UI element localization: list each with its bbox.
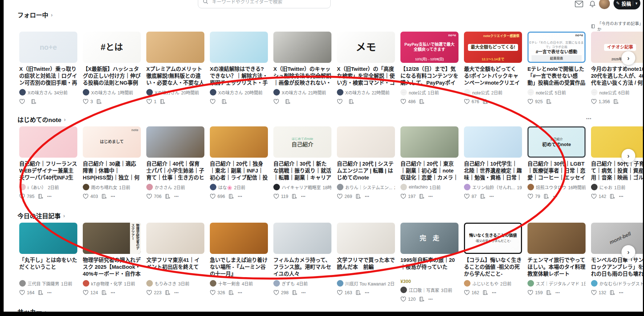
more-options-icon[interactable]: ⋯ [365,194,370,199]
section-header-featured-today[interactable]: 今日の注目記事 › [17,211,65,220]
author-name[interactable]: 川底灯 Tou Kawanari [345,280,386,287]
article-thumbnail[interactable] [210,126,268,158]
article-title[interactable]: X（旧Twitter）のキャッシュ削除方法を完全解説｜画像が反映されない・サムネ… [273,66,331,86]
author-name[interactable]: スズ｜デジタルノマド [536,280,579,287]
author-name[interactable]: にゃお [599,184,612,190]
article-thumbnail[interactable] [210,32,268,63]
article-title[interactable]: 【X最新版】ハッシュタグの正しい付け方｜伸びる投稿の法則とNG事例を完全... [83,66,141,86]
more-options-icon[interactable]: ⋯ [555,290,561,295]
save-to-magazine-button[interactable] [31,99,36,104]
more-options-icon[interactable]: ⋯ [553,194,558,199]
article-meta[interactable]: i（あい） 2日前 [19,184,77,190]
like-button[interactable] [591,290,597,295]
article-title[interactable]: 文学フリマ東京41｜イベント初出店を終えて [146,257,204,277]
more-options-icon[interactable]: ⋯ [47,194,52,199]
like-button[interactable] [146,99,152,104]
article-title[interactable]: 1995年自転車の旅｜20｜桜島が待っていた [400,257,458,277]
author-name[interactable]: Xの味方さん [28,89,52,96]
section-options-button[interactable]: ⋯ [586,116,592,122]
like-button[interactable] [83,194,89,199]
article-card[interactable]: イチオシ記事 2025年11月 今月のおすすめnote10 20代を逃した人が、… [591,32,644,104]
more-options-icon[interactable]: ⋯ [489,194,494,199]
author-name[interactable]: エリン仙鈴（せんれ... [472,184,515,190]
author-avatar[interactable] [464,184,470,190]
save-to-magazine-button[interactable] [419,296,424,302]
article-card[interactable]: 自己紹介 | 20代 | システムエンジニア | 転職 | はじめてのnote … [337,126,395,199]
like-button[interactable] [19,290,25,295]
save-to-magazine-button[interactable] [228,290,234,295]
author-avatar[interactable] [273,89,280,96]
author-avatar[interactable] [83,184,89,190]
author-avatar[interactable] [210,184,216,190]
save-to-magazine-button[interactable] [292,290,297,295]
save-to-magazine-button[interactable] [543,194,549,199]
article-meta[interactable]: おりん｜システムエン... 2日前 [337,184,395,190]
more-options-icon[interactable]: ⋯ [428,296,433,302]
article-meta[interactable]: 江口敬｜写真家 3日前 [400,287,458,293]
like-button[interactable] [527,290,533,295]
post-button[interactable]: ✎ 投稿 ∨ [614,0,640,9]
like-button[interactable] [337,290,343,295]
article-title[interactable]: X（旧Twitter）の「高度な検索」を完全解説｜使い方・検索コマンド・コピペで… [337,66,395,86]
article-thumbnail[interactable] [19,223,77,254]
save-to-magazine-button[interactable] [482,99,488,104]
save-to-magazine-button[interactable] [610,290,615,295]
article-thumbnail[interactable] [19,126,77,158]
author-name[interactable]: Xの味方さん [218,89,243,96]
author-avatar[interactable] [337,184,343,190]
article-meta[interactable]: ふじいともや 2日前 [464,280,522,287]
like-button[interactable] [146,290,152,295]
save-to-magazine-button[interactable] [480,194,485,199]
save-to-magazine-button[interactable] [419,194,424,199]
article-title[interactable]: Xの凍結解除はできる?できない？｜解除方法・原因チェックリスト・手続きの全手..… [210,66,268,86]
article-title[interactable]: 自己紹介｜20代｜東京｜副業｜初心者｜note収益化｜恋愛｜カメラ｜写真... [400,161,458,181]
article-thumbnail[interactable]: 物理学研究者のデスクツアー [83,223,141,254]
article-thumbnail[interactable] [273,223,331,254]
article-card[interactable]: no+e X（旧Twitter）乗っ取りの症状と対処法｜ログイン可否別の復旧手順… [19,32,77,104]
like-button[interactable] [19,194,25,199]
article-thumbnail[interactable]: no+e Eテレ「わたしの日々が、言葉になるまで」コラボ企画 #一言で表せない感… [527,32,586,63]
like-button[interactable] [273,99,279,104]
article-thumbnail[interactable] [210,223,268,254]
author-name[interactable]: i（あい） [28,184,46,190]
article-thumbnail[interactable]: mont-bell [591,223,644,254]
save-to-magazine-button[interactable] [482,290,488,295]
article-title[interactable]: 自己紹介｜フリーランスWEBデザイナー兼業主夫ワーパパ40代INFJ生成AI..… [19,161,77,181]
save-to-magazine-button[interactable] [546,99,551,104]
article-title[interactable]: 自己紹介｜10代学生｜北陸｜世界遺産検定｜趣味｜勉強・資格｜日常｜精... [464,161,522,181]
like-button[interactable] [146,194,152,199]
article-meta[interactable]: Xの味方さん 34分前 [19,89,77,96]
article-meta[interactable]: はな🌸 2日前 [210,184,268,190]
article-meta[interactable]: kT@物理・化学 1日前 [83,280,141,287]
article-thumbnail[interactable]: no [591,126,644,158]
article-title[interactable]: チェンマイ旅行でやってほしい。本場のタイ料理教室体験レポート [527,257,586,277]
article-title[interactable]: 急いでしまえば辿り着けない場所 -『ムーミン谷の十一月』 [210,257,268,277]
save-to-magazine-button[interactable] [38,194,43,199]
more-options-icon[interactable]: ⋯ [238,290,243,295]
article-title[interactable]: 自己紹介 | 20代 | システムエンジニア | 転職 | はじめてのnote [337,161,395,181]
article-title[interactable]: 自己紹介｜50代｜子育て｜病気｜投資｜資産運用｜音楽｜映画｜ゴルフ｜... [591,161,644,181]
article-title[interactable]: 自己紹介｜20代｜独身｜東北｜副業｜INFJ｜初心者｜ライブ配信｜投資｜... [210,161,268,181]
article-title[interactable]: 自己紹介｜30歳｜適応障害｜休職中｜HSP(HSS型)｜独立｜何者かになりた..… [83,161,141,181]
section-header-first-note[interactable]: はじめてのnote › [17,115,66,124]
article-title[interactable]: 「丸干し」とは命をいただくということ [19,257,77,277]
more-options-icon[interactable]: ⋯ [301,194,306,199]
article-meta[interactable]: 川底灯 Tou Kawanari 2日前 [337,280,395,287]
article-card[interactable]: 悔いなく生きることの価値 -祖父の死から学んだこと- 【コラム】悔いなく生きるこ… [464,223,522,302]
like-button[interactable] [464,194,470,199]
article-thumbnail[interactable] [146,223,204,254]
article-card[interactable]: no 自己紹介｜50代｜子育て｜病気｜投資｜資産運用｜音楽｜映画｜ゴルフ｜...… [591,126,644,199]
like-button[interactable] [591,194,597,199]
article-thumbnail[interactable] [400,126,458,158]
article-title[interactable]: Xプレミアムのメリット徹底解説!無料版との違い・必要な人・不要な人まで完全... [146,66,204,86]
save-to-magazine-button[interactable] [228,194,234,199]
save-to-magazine-button[interactable] [349,99,354,104]
author-name[interactable]: note公式 [599,89,616,96]
article-card[interactable]: noteクリエイター感謝祭 最大全額もどってくる! 12.1〜1.14まで 最大… [464,32,522,104]
author-avatar[interactable] [464,280,470,287]
author-name[interactable]: もりみさき [155,280,176,287]
article-meta[interactable]: Xの味方さん 21時間前 [273,89,331,96]
search-input[interactable] [211,0,326,5]
article-thumbnail[interactable] [146,32,204,63]
article-thumbnail[interactable]: 悔いなく生きることの価値 -祖父の死から学んだこと- [464,223,522,254]
